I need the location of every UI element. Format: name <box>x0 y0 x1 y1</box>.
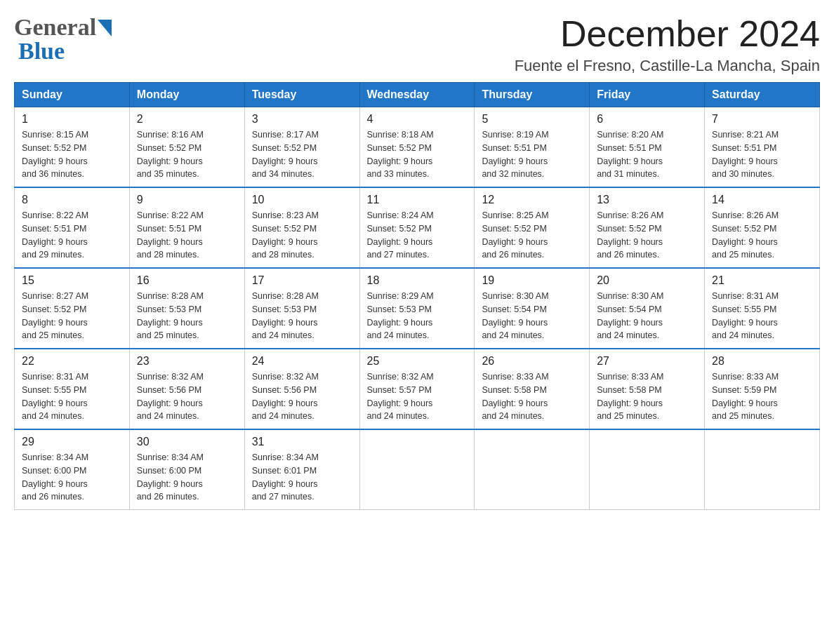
day-number: 28 <box>712 355 812 368</box>
day-number: 24 <box>252 355 352 368</box>
table-row: 16 Sunrise: 8:28 AM Sunset: 5:53 PM Dayl… <box>129 268 244 349</box>
day-number: 30 <box>137 436 237 448</box>
table-row: 18 Sunrise: 8:29 AM Sunset: 5:53 PM Dayl… <box>359 268 475 349</box>
day-info: Sunrise: 8:18 AM Sunset: 5:52 PM Dayligh… <box>367 128 468 181</box>
calendar-week-row: 8 Sunrise: 8:22 AM Sunset: 5:51 PM Dayli… <box>15 187 820 268</box>
table-row: 9 Sunrise: 8:22 AM Sunset: 5:51 PM Dayli… <box>129 187 244 268</box>
day-info: Sunrise: 8:16 AM Sunset: 5:52 PM Dayligh… <box>137 128 237 181</box>
table-row: 1 Sunrise: 8:15 AM Sunset: 5:52 PM Dayli… <box>15 107 130 188</box>
table-row: 7 Sunrise: 8:21 AM Sunset: 5:51 PM Dayli… <box>705 107 820 188</box>
day-number: 18 <box>367 274 468 287</box>
day-info: Sunrise: 8:34 AM Sunset: 6:01 PM Dayligh… <box>252 451 352 504</box>
day-info: Sunrise: 8:29 AM Sunset: 5:53 PM Dayligh… <box>367 290 468 342</box>
day-number: 25 <box>367 355 468 368</box>
calendar-header-row: Sunday Monday Tuesday Wednesday Thursday… <box>15 83 820 107</box>
day-info: Sunrise: 8:27 AM Sunset: 5:52 PM Dayligh… <box>22 290 122 342</box>
day-info: Sunrise: 8:32 AM Sunset: 5:57 PM Dayligh… <box>367 370 468 423</box>
table-row: 11 Sunrise: 8:24 AM Sunset: 5:52 PM Dayl… <box>359 187 475 268</box>
col-thursday: Thursday <box>475 83 590 107</box>
day-info: Sunrise: 8:23 AM Sunset: 5:52 PM Dayligh… <box>252 209 352 262</box>
table-row: 10 Sunrise: 8:23 AM Sunset: 5:52 PM Dayl… <box>244 187 359 268</box>
day-number: 7 <box>712 113 812 126</box>
day-info: Sunrise: 8:24 AM Sunset: 5:52 PM Dayligh… <box>367 209 468 262</box>
day-info: Sunrise: 8:28 AM Sunset: 5:53 PM Dayligh… <box>252 290 352 342</box>
day-info: Sunrise: 8:15 AM Sunset: 5:52 PM Dayligh… <box>22 128 122 181</box>
day-number: 27 <box>597 355 697 368</box>
col-friday: Friday <box>590 83 705 107</box>
calendar-week-row: 29 Sunrise: 8:34 AM Sunset: 6:00 PM Dayl… <box>15 429 820 510</box>
table-row: 14 Sunrise: 8:26 AM Sunset: 5:52 PM Dayl… <box>705 187 820 268</box>
table-row: 20 Sunrise: 8:30 AM Sunset: 5:54 PM Dayl… <box>590 268 705 349</box>
table-row: 12 Sunrise: 8:25 AM Sunset: 5:52 PM Dayl… <box>475 187 590 268</box>
table-row: 25 Sunrise: 8:32 AM Sunset: 5:57 PM Dayl… <box>359 349 475 429</box>
logo-general-text: General <box>14 14 96 41</box>
day-info: Sunrise: 8:28 AM Sunset: 5:53 PM Dayligh… <box>137 290 237 342</box>
day-number: 31 <box>252 436 352 448</box>
day-info: Sunrise: 8:26 AM Sunset: 5:52 PM Dayligh… <box>597 209 697 262</box>
table-row: 3 Sunrise: 8:17 AM Sunset: 5:52 PM Dayli… <box>244 107 359 188</box>
logo-arrow-icon <box>98 20 112 36</box>
day-number: 2 <box>137 113 237 126</box>
day-number: 16 <box>137 274 237 287</box>
table-row: 4 Sunrise: 8:18 AM Sunset: 5:52 PM Dayli… <box>359 107 475 188</box>
day-number: 1 <box>22 113 122 126</box>
col-sunday: Sunday <box>15 83 130 107</box>
day-info: Sunrise: 8:17 AM Sunset: 5:52 PM Dayligh… <box>252 128 352 181</box>
day-info: Sunrise: 8:30 AM Sunset: 5:54 PM Dayligh… <box>482 290 582 342</box>
table-row: 29 Sunrise: 8:34 AM Sunset: 6:00 PM Dayl… <box>15 429 130 510</box>
table-row: 28 Sunrise: 8:33 AM Sunset: 5:59 PM Dayl… <box>705 349 820 429</box>
day-info: Sunrise: 8:30 AM Sunset: 5:54 PM Dayligh… <box>597 290 697 342</box>
day-number: 13 <box>597 194 697 206</box>
day-number: 20 <box>597 274 697 287</box>
svg-marker-0 <box>98 20 112 36</box>
day-number: 23 <box>137 355 237 368</box>
table-row: 5 Sunrise: 8:19 AM Sunset: 5:51 PM Dayli… <box>475 107 590 188</box>
day-number: 8 <box>22 194 122 206</box>
day-info: Sunrise: 8:20 AM Sunset: 5:51 PM Dayligh… <box>597 128 697 181</box>
day-info: Sunrise: 8:19 AM Sunset: 5:51 PM Dayligh… <box>482 128 582 181</box>
calendar-week-row: 15 Sunrise: 8:27 AM Sunset: 5:52 PM Dayl… <box>15 268 820 349</box>
day-info: Sunrise: 8:22 AM Sunset: 5:51 PM Dayligh… <box>22 209 122 262</box>
table-row: 22 Sunrise: 8:31 AM Sunset: 5:55 PM Dayl… <box>15 349 130 429</box>
table-row <box>475 429 590 510</box>
col-wednesday: Wednesday <box>359 83 475 107</box>
col-tuesday: Tuesday <box>244 83 359 107</box>
table-row: 21 Sunrise: 8:31 AM Sunset: 5:55 PM Dayl… <box>705 268 820 349</box>
day-number: 5 <box>482 113 582 126</box>
day-number: 14 <box>712 194 812 206</box>
day-info: Sunrise: 8:32 AM Sunset: 5:56 PM Dayligh… <box>252 370 352 423</box>
day-info: Sunrise: 8:33 AM Sunset: 5:58 PM Dayligh… <box>482 370 582 423</box>
day-number: 3 <box>252 113 352 126</box>
calendar-title-section: December 2024 Fuente el Fresno, Castille… <box>515 14 820 75</box>
day-number: 10 <box>252 194 352 206</box>
day-number: 22 <box>22 355 122 368</box>
col-monday: Monday <box>129 83 244 107</box>
table-row: 15 Sunrise: 8:27 AM Sunset: 5:52 PM Dayl… <box>15 268 130 349</box>
table-row: 2 Sunrise: 8:16 AM Sunset: 5:52 PM Dayli… <box>129 107 244 188</box>
day-number: 15 <box>22 274 122 287</box>
table-row <box>590 429 705 510</box>
day-number: 17 <box>252 274 352 287</box>
table-row: 31 Sunrise: 8:34 AM Sunset: 6:01 PM Dayl… <box>244 429 359 510</box>
calendar-table: Sunday Monday Tuesday Wednesday Thursday… <box>14 82 820 510</box>
day-info: Sunrise: 8:22 AM Sunset: 5:51 PM Dayligh… <box>137 209 237 262</box>
table-row: 27 Sunrise: 8:33 AM Sunset: 5:58 PM Dayl… <box>590 349 705 429</box>
calendar-location: Fuente el Fresno, Castille-La Mancha, Sp… <box>515 57 820 75</box>
day-number: 4 <box>367 113 468 126</box>
table-row: 30 Sunrise: 8:34 AM Sunset: 6:00 PM Dayl… <box>129 429 244 510</box>
table-row: 17 Sunrise: 8:28 AM Sunset: 5:53 PM Dayl… <box>244 268 359 349</box>
day-number: 21 <box>712 274 812 287</box>
day-number: 11 <box>367 194 468 206</box>
logo: General Blue <box>14 14 112 65</box>
table-row: 19 Sunrise: 8:30 AM Sunset: 5:54 PM Dayl… <box>475 268 590 349</box>
calendar-week-row: 1 Sunrise: 8:15 AM Sunset: 5:52 PM Dayli… <box>15 107 820 188</box>
day-number: 29 <box>22 436 122 448</box>
page-header: General Blue December 2024 Fuente el Fre… <box>14 14 820 75</box>
table-row: 23 Sunrise: 8:32 AM Sunset: 5:56 PM Dayl… <box>129 349 244 429</box>
table-row <box>359 429 475 510</box>
day-info: Sunrise: 8:34 AM Sunset: 6:00 PM Dayligh… <box>22 451 122 504</box>
table-row: 8 Sunrise: 8:22 AM Sunset: 5:51 PM Dayli… <box>15 187 130 268</box>
day-info: Sunrise: 8:32 AM Sunset: 5:56 PM Dayligh… <box>137 370 237 423</box>
table-row: 6 Sunrise: 8:20 AM Sunset: 5:51 PM Dayli… <box>590 107 705 188</box>
table-row: 26 Sunrise: 8:33 AM Sunset: 5:58 PM Dayl… <box>475 349 590 429</box>
